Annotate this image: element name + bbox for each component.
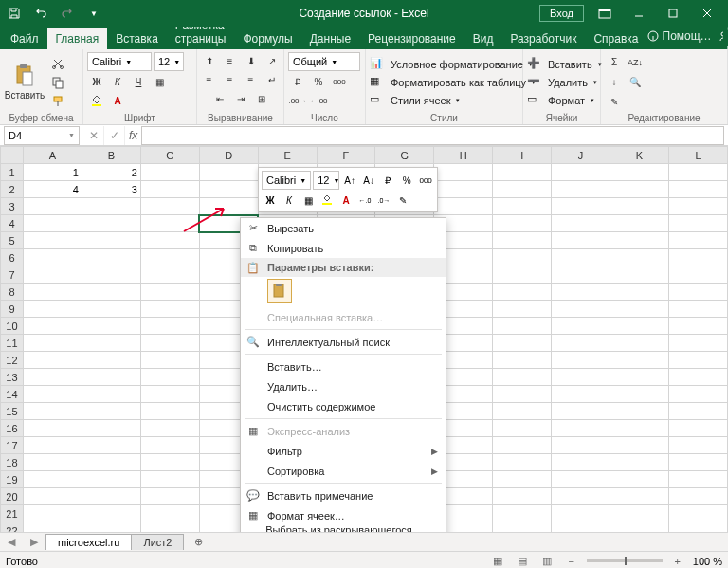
ctx-clear[interactable]: Очистить содержимое (241, 396, 446, 416)
mini-font-name[interactable]: Calibri▼ (262, 171, 311, 190)
cell-J6[interactable] (552, 249, 610, 266)
align-left-icon[interactable]: ≡ (200, 71, 219, 88)
cell-K14[interactable] (610, 386, 669, 403)
cell-L5[interactable] (668, 232, 727, 249)
ctx-filter[interactable]: Фильтр▶ (241, 441, 446, 461)
cell-B1[interactable]: 2 (82, 164, 140, 181)
cell-C7[interactable] (140, 266, 199, 284)
mini-border-icon[interactable]: ▦ (300, 192, 317, 209)
cell-L17[interactable] (668, 437, 727, 454)
save-icon[interactable] (4, 3, 25, 24)
cell-B21[interactable] (82, 505, 140, 522)
cell-L16[interactable] (668, 420, 727, 437)
clear-icon[interactable]: ✎ (605, 94, 624, 111)
cell-C10[interactable] (140, 318, 199, 335)
cell-I21[interactable] (493, 505, 552, 522)
cell-A10[interactable] (23, 318, 82, 335)
cell-I3[interactable] (493, 198, 552, 215)
cell-A2[interactable]: 4 (23, 181, 82, 198)
cell-J12[interactable] (552, 352, 610, 369)
cell-B22[interactable] (82, 522, 140, 533)
tab-help[interactable]: Справка (585, 28, 646, 49)
mini-bold-icon[interactable]: Ж (262, 192, 279, 209)
cell-K8[interactable] (610, 284, 669, 301)
cell-J1[interactable] (552, 164, 610, 181)
cell-B20[interactable] (82, 488, 140, 505)
ctx-insert-comment[interactable]: 💬Вставить примечание (241, 486, 446, 505)
zoom-in-icon[interactable]: + (668, 554, 687, 569)
cell-J13[interactable] (552, 369, 610, 386)
cell-I8[interactable] (493, 284, 552, 301)
cell-A9[interactable] (23, 301, 82, 318)
cell-C12[interactable] (140, 352, 199, 369)
sheet-nav-next[interactable]: ▶ (23, 536, 46, 548)
increase-indent-icon[interactable]: ⇥ (231, 90, 250, 107)
cell-I14[interactable] (493, 386, 552, 403)
cell-L21[interactable] (668, 505, 727, 522)
cell-L10[interactable] (668, 318, 727, 335)
cell-K20[interactable] (610, 488, 669, 505)
wrap-text-icon[interactable]: ↵ (263, 71, 282, 88)
cell-J4[interactable] (552, 215, 610, 232)
cell-L11[interactable] (668, 335, 727, 352)
cell-A15[interactable] (23, 403, 82, 420)
cell-A14[interactable] (23, 386, 82, 403)
cell-C11[interactable] (140, 335, 199, 352)
cell-I20[interactable] (493, 488, 552, 505)
minimize-icon[interactable] (622, 0, 656, 27)
cell-I22[interactable] (493, 522, 552, 533)
mini-fill-color-icon[interactable] (318, 192, 336, 209)
cell-J10[interactable] (552, 318, 610, 335)
cell-B6[interactable] (82, 249, 140, 266)
cell-H1[interactable] (434, 164, 493, 181)
mini-accounting-icon[interactable]: ₽ (379, 172, 396, 189)
cell-C14[interactable] (140, 386, 199, 403)
conditional-formatting[interactable]: 📊Условное форматирование▾ (370, 57, 536, 72)
cell-J8[interactable] (552, 284, 610, 301)
mini-increase-font-icon[interactable]: A↑ (341, 172, 358, 189)
cell-I4[interactable] (493, 215, 552, 232)
cell-C9[interactable] (140, 301, 199, 318)
sheet-nav-prev[interactable]: ◀ (0, 536, 23, 548)
cell-L18[interactable] (668, 454, 727, 471)
cell-J5[interactable] (552, 232, 610, 249)
cell-J15[interactable] (552, 403, 610, 420)
cell-C1[interactable] (140, 164, 199, 181)
cell-A20[interactable] (23, 488, 82, 505)
cell-A7[interactable] (23, 266, 82, 284)
cell-K7[interactable] (610, 266, 669, 284)
name-box[interactable]: D4▼ (4, 126, 80, 145)
paste-default-icon[interactable] (267, 279, 292, 303)
cell-C6[interactable] (140, 249, 199, 266)
cell-I17[interactable] (493, 437, 552, 454)
tab-formulas[interactable]: Формулы (234, 28, 300, 49)
zoom-level[interactable]: 100 % (693, 556, 722, 567)
align-center-icon[interactable]: ≡ (221, 71, 240, 88)
formula-input[interactable] (141, 126, 724, 145)
ribbon-display-icon[interactable] (588, 0, 622, 27)
decrease-decimal-icon[interactable]: ←.00 (309, 92, 328, 109)
cell-K3[interactable] (610, 198, 669, 215)
cell-A8[interactable] (23, 284, 82, 301)
cell-B5[interactable] (82, 232, 140, 249)
mini-percent-icon[interactable]: % (398, 172, 415, 189)
autosum-icon[interactable]: Σ (605, 54, 624, 71)
cell-I5[interactable] (493, 232, 552, 249)
zoom-slider[interactable] (587, 559, 663, 562)
ctx-insert[interactable]: Вставить… (241, 357, 446, 376)
redo-icon[interactable] (57, 3, 78, 24)
tab-insert[interactable]: Вставка (107, 28, 167, 49)
cell-D3[interactable] (199, 198, 258, 215)
sheet-tab[interactable]: Лист2 (131, 534, 184, 550)
cell-L13[interactable] (668, 369, 727, 386)
cell-I6[interactable] (493, 249, 552, 266)
cell-I7[interactable] (493, 266, 552, 284)
merge-icon[interactable]: ⊞ (252, 90, 271, 107)
undo-icon[interactable] (30, 3, 51, 24)
bold-icon[interactable]: Ж (87, 73, 106, 90)
cell-A13[interactable] (23, 369, 82, 386)
cell-C3[interactable] (140, 198, 199, 215)
cell-L4[interactable] (668, 215, 727, 232)
cell-B3[interactable] (82, 198, 140, 215)
increase-decimal-icon[interactable]: .00→ (288, 92, 307, 109)
